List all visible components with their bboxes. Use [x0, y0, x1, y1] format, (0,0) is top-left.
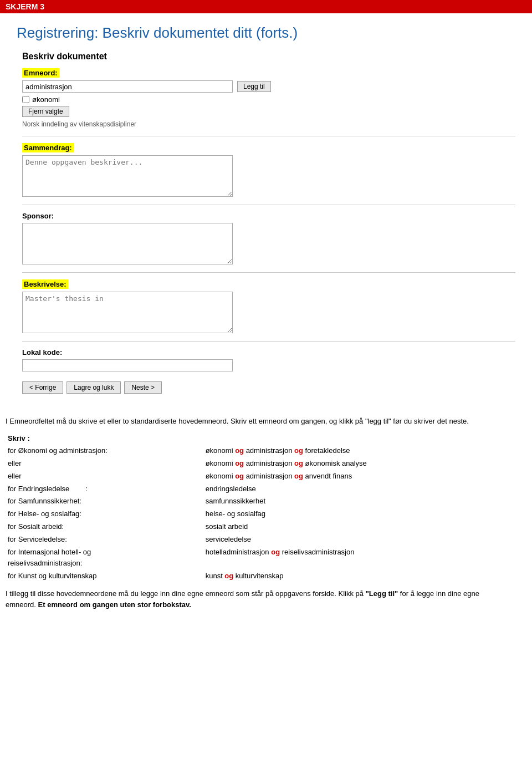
beskrivelse-label: Beskrivelse: [22, 279, 68, 289]
skriv-label: Skriv : [6, 432, 203, 445]
okonomi-checkbox-row: økonomi [22, 95, 515, 104]
row-left: for Samfunnssikkerhet: [6, 495, 203, 508]
row-right: kunst og kulturvitenskap [203, 570, 493, 583]
sammendrag-label: Sammendrag: [22, 143, 74, 152]
neste-button[interactable]: Neste > [124, 381, 162, 394]
screen-title: SKJERM 3 [6, 2, 44, 11]
table-row: for Helse- og sosialfag: helse- og sosia… [6, 508, 493, 521]
sammendrag-section: Sammendrag: [22, 143, 515, 197]
section-title: Beskriv dokumentet [22, 52, 515, 62]
row-left: for Kunst og kulturvitenskap [6, 570, 203, 583]
table-row: for Serviceledelse: serviceledelse [6, 533, 493, 546]
explanatory-para1: I Emneordfeltet må du skrive et eller to… [6, 416, 493, 427]
lokal-kode-section: Lokal kode: [22, 348, 515, 371]
og-highlight: og [294, 459, 303, 467]
row-left: for Endringsledelse : [6, 483, 203, 496]
table-row: for Endringsledelse : endringsledelse [6, 483, 493, 496]
beskrivelse-section: Beskrivelse: [22, 279, 515, 333]
skriv-intro [203, 432, 493, 445]
table-row: for Sosialt arbeid: sosialt arbeid [6, 521, 493, 533]
skriv-header-row: Skriv : [6, 432, 493, 445]
skriv-table: Skriv : for Økonomi og administrasjon: ø… [6, 432, 493, 583]
table-row: eller økonomi og administrasjon og anven… [6, 470, 493, 483]
row-left: for Økonomi og administrasjon: [6, 445, 203, 457]
okonomi-checkbox[interactable] [22, 96, 29, 103]
beskrivelse-textarea[interactable] [22, 292, 233, 333]
lagre-button[interactable]: Lagre og lukk [66, 381, 121, 394]
lokal-kode-input[interactable] [22, 359, 233, 371]
legg-til-button[interactable]: Legg til [237, 81, 271, 92]
lokal-kode-label: Lokal kode: [22, 348, 515, 357]
emneord-input[interactable] [22, 80, 233, 93]
row-right: serviceledelse [203, 533, 493, 546]
divider-2 [22, 205, 515, 205]
fjern-valgte-button[interactable]: Fjern valgte [22, 106, 69, 117]
explanatory-section: I Emneordfeltet må du skrive et eller to… [0, 416, 499, 627]
row-right: hotelladministrasjon og reiselivsadminis… [203, 546, 493, 571]
og-highlight: og [294, 472, 303, 480]
og-highlight: og [271, 548, 280, 556]
table-row: for Samfunnssikkerhet: samfunnssikkerhet [6, 495, 493, 508]
sponsor-section: Sponsor: [22, 212, 515, 264]
row-right: helse- og sosialfag [203, 508, 493, 521]
row-right: økonomi og administrasjon og anvendt fin… [203, 470, 493, 483]
og-highlight: og [235, 472, 244, 480]
divider-3 [22, 272, 515, 273]
row-left: for Internasjonal hotell- ogreiselivsadm… [6, 546, 203, 571]
og-highlight: og [235, 446, 244, 455]
og-highlight: og [224, 572, 233, 580]
row-left: eller [6, 470, 203, 483]
emneord-label: Emneord: [22, 68, 59, 78]
screen-header: SKJERM 3 [0, 0, 532, 13]
row-right: økonomi og administrasjon og økonomisk a… [203, 457, 493, 470]
row-left: for Serviceledelse: [6, 533, 203, 546]
legg-til-emphasis: "Legg til" [366, 589, 398, 598]
button-bar: < Forrige Lagre og lukk Neste > [22, 381, 515, 394]
row-right: samfunnssikkerhet [203, 495, 493, 508]
og-highlight: og [294, 446, 303, 455]
emneord-help-text: Norsk inndeling av vitenskapsdisipliner [22, 120, 515, 128]
row-right: endringsledelse [203, 483, 493, 496]
sponsor-textarea[interactable] [22, 223, 233, 264]
table-row: for Internasjonal hotell- ogreiselivsadm… [6, 546, 493, 571]
table-row: for Kunst og kulturvitenskap kunst og ku… [6, 570, 493, 583]
table-row: for Økonomi og administrasjon: økonomi o… [6, 445, 493, 457]
row-left: eller [6, 457, 203, 470]
emneord-input-row: Legg til [22, 80, 515, 93]
sponsor-label: Sponsor: [22, 212, 515, 220]
okonomi-label: økonomi [32, 95, 60, 104]
sammendrag-textarea[interactable] [22, 155, 233, 197]
page-title: Registrering: Beskriv dokumentet ditt (f… [17, 24, 515, 42]
forrige-button[interactable]: < Forrige [22, 381, 63, 394]
divider-1 [22, 136, 515, 136]
final-note-bold: Et emneord om gangen uten stor forboksta… [38, 600, 191, 609]
divider-4 [22, 341, 515, 342]
row-right: sosialt arbeid [203, 521, 493, 533]
table-row: eller økonomi og administrasjon og økono… [6, 457, 493, 470]
emneord-section: Emneord: Legg til økonomi Fjern valgte N… [22, 68, 515, 128]
row-left: for Helse- og sosialfag: [6, 508, 203, 521]
row-left: for Sosialt arbeid: [6, 521, 203, 533]
og-highlight: og [235, 459, 244, 467]
final-note: I tillegg til disse hovedemneordene må d… [6, 588, 493, 610]
row-right: økonomi og administrasjon og foretaklede… [203, 445, 493, 457]
